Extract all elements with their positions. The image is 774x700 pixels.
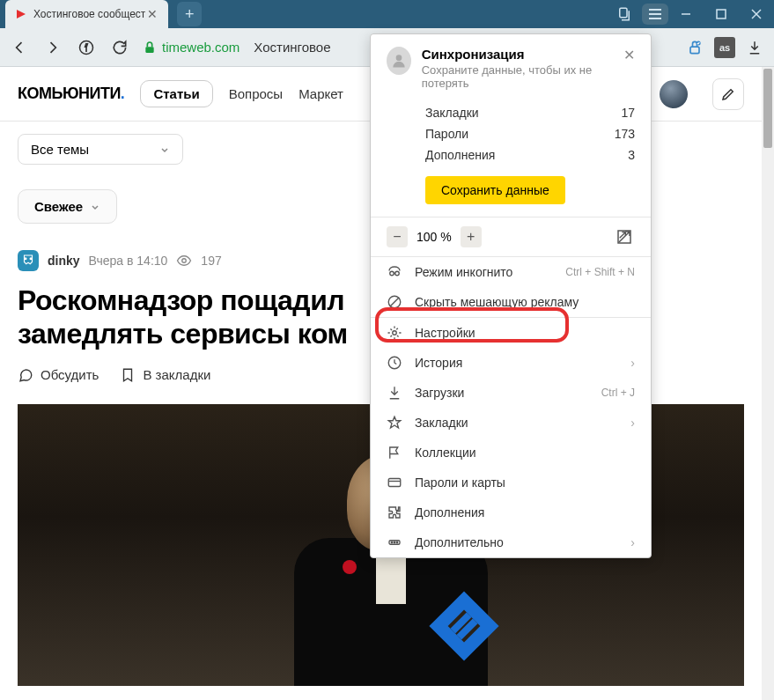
nav-marketing[interactable]: Маркет xyxy=(299,86,343,101)
menu-incognito[interactable]: Режим инкогнито Ctrl + Shift + N xyxy=(371,257,651,287)
sync-avatar-icon xyxy=(387,47,411,75)
post-views: 197 xyxy=(201,254,221,268)
incognito-icon xyxy=(387,264,402,280)
nav-articles[interactable]: Статьи xyxy=(140,80,212,107)
menu-downloads[interactable]: Загрузки Ctrl + J xyxy=(371,378,651,408)
zoom-out-button[interactable]: − xyxy=(387,226,408,247)
svg-point-26 xyxy=(391,542,393,543)
url-page-title: Хостинговое xyxy=(254,40,330,55)
nav-back[interactable] xyxy=(9,37,30,58)
block-icon xyxy=(387,294,402,310)
url-domain: timeweb.com xyxy=(162,40,240,55)
menu-history[interactable]: История › xyxy=(371,348,651,378)
browser-menu: Синхронизация Сохраните данные, чтобы их… xyxy=(370,33,652,558)
post-time: Вчера в 14:10 xyxy=(89,254,168,268)
browser-menu-button[interactable] xyxy=(642,4,668,25)
bookmark-button[interactable]: В закладки xyxy=(120,367,210,383)
tab-favicon xyxy=(14,7,28,21)
compose-button[interactable] xyxy=(712,78,744,110)
lock-icon xyxy=(143,41,157,55)
menu-hide-ads[interactable]: Скрыть мешающую рекламу xyxy=(371,287,651,317)
fullscreen-button[interactable] xyxy=(614,226,635,247)
views-icon xyxy=(176,253,192,269)
chevron-right-icon: › xyxy=(630,356,635,370)
svg-point-18 xyxy=(390,271,394,276)
browser-titlebar: Хостинговое сообщест ✕ + xyxy=(0,0,774,28)
user-avatar[interactable] xyxy=(660,80,688,108)
chevron-right-icon: › xyxy=(630,535,635,549)
lastfm-icon[interactable]: as xyxy=(714,37,735,58)
menu-more[interactable]: Дополнительно › xyxy=(371,527,651,557)
svg-point-14 xyxy=(182,259,187,263)
sync-addons-label: Дополнения xyxy=(425,148,495,162)
comment-icon xyxy=(18,367,33,383)
sync-addons-count: 3 xyxy=(628,148,635,162)
tab-close-button[interactable]: ✕ xyxy=(145,7,159,21)
star-icon xyxy=(387,415,402,431)
topic-filter[interactable]: Все темы xyxy=(18,134,183,165)
protect-icon[interactable] xyxy=(684,37,705,58)
svg-point-22 xyxy=(393,331,397,335)
gear-icon xyxy=(387,325,402,341)
sync-section: Синхронизация Сохраните данные, чтобы их… xyxy=(371,34,651,217)
zoom-value: 100 % xyxy=(416,230,452,244)
window-maximize[interactable] xyxy=(704,0,739,28)
topic-filter-label: Все темы xyxy=(31,142,89,157)
svg-point-28 xyxy=(396,542,398,543)
tab-title: Хостинговое сообщест xyxy=(33,8,145,20)
nav-yandex[interactable] xyxy=(76,37,97,58)
download-icon xyxy=(387,385,402,401)
download-icon[interactable] xyxy=(744,37,765,58)
site-logo[interactable]: КОМЬЮНИТИ. xyxy=(18,85,124,103)
menu-bookmarks[interactable]: Закладки › xyxy=(371,408,651,438)
downloads-shortcut: Ctrl + J xyxy=(601,387,635,399)
card-icon xyxy=(387,475,402,490)
scrollbar-thumb[interactable] xyxy=(763,69,772,148)
svg-rect-0 xyxy=(620,8,627,18)
menu-settings[interactable]: Настройки xyxy=(371,318,651,348)
sync-bookmarks-count: 17 xyxy=(621,106,635,120)
zoom-section: − 100 % + xyxy=(371,217,651,256)
nav-questions[interactable]: Вопросы xyxy=(229,86,283,101)
chevron-down-icon xyxy=(159,144,170,155)
window-close[interactable] xyxy=(739,0,774,28)
svg-line-21 xyxy=(390,298,400,307)
sync-passwords-label: Пароли xyxy=(425,127,468,141)
scrollbar[interactable] xyxy=(762,67,774,700)
more-icon xyxy=(387,534,402,550)
sort-dropdown[interactable]: Свежее xyxy=(18,189,117,224)
sync-passwords-count: 173 xyxy=(615,127,635,141)
chevron-down-icon xyxy=(90,202,100,212)
svg-rect-9 xyxy=(145,47,153,53)
window-minimize[interactable] xyxy=(668,0,704,28)
puzzle-icon xyxy=(387,505,402,520)
post-author-avatar[interactable] xyxy=(18,250,39,271)
zoom-in-button[interactable]: + xyxy=(461,226,482,247)
svg-point-27 xyxy=(394,542,395,543)
bookmark-icon xyxy=(120,367,136,383)
copy-link-button[interactable] xyxy=(607,0,642,28)
svg-point-15 xyxy=(396,55,402,61)
svg-rect-24 xyxy=(388,479,401,487)
post-author[interactable]: dinky xyxy=(48,254,80,268)
chevron-right-icon: › xyxy=(630,416,635,430)
sync-save-button[interactable]: Сохранить данные xyxy=(425,176,565,204)
menu-passwords[interactable]: Пароли и карты xyxy=(371,468,651,497)
svg-point-19 xyxy=(395,271,400,276)
sort-label: Свежее xyxy=(34,199,83,214)
flag-icon xyxy=(387,445,402,461)
menu-collections[interactable]: Коллекции xyxy=(371,438,651,468)
incognito-shortcut: Ctrl + Shift + N xyxy=(565,266,635,278)
menu-addons[interactable]: Дополнения xyxy=(371,497,651,527)
history-icon xyxy=(387,355,402,371)
new-tab-button[interactable]: + xyxy=(177,2,202,26)
sync-bookmarks-label: Закладки xyxy=(425,106,479,120)
sync-close-button[interactable]: ✕ xyxy=(623,47,635,90)
nav-reload[interactable] xyxy=(109,37,130,58)
svg-rect-10 xyxy=(690,47,699,53)
discuss-button[interactable]: Обсудить xyxy=(18,367,99,383)
browser-tab[interactable]: Хостинговое сообщест ✕ xyxy=(5,0,168,28)
nav-forward[interactable] xyxy=(42,37,63,58)
sync-title: Синхронизация xyxy=(422,47,613,62)
svg-rect-5 xyxy=(717,10,726,18)
